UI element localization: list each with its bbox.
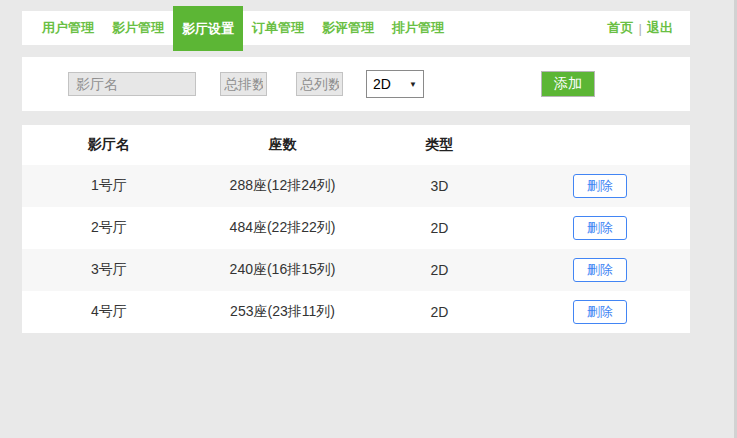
- hall-name-input[interactable]: [68, 72, 196, 96]
- table-row: 3号厅 240座(16排15列) 2D 删除: [22, 249, 690, 291]
- header-hall-name: 影厅名: [22, 125, 196, 165]
- page-content: 用户管理 影片管理 影厅设置 订单管理 影评管理 排片管理 首页 | 退出 2D…: [22, 11, 690, 333]
- nav-item-user-management[interactable]: 用户管理: [33, 19, 103, 37]
- cell-seats: 253座(23排11列): [196, 291, 370, 333]
- nav-separator: |: [639, 21, 642, 36]
- halls-table-panel: 影厅名 座数 类型 1号厅 288座(12排24列) 3D 删除 2号厅 484…: [22, 125, 690, 333]
- cell-hall-name: 4号厅: [22, 291, 196, 333]
- halls-table: 影厅名 座数 类型 1号厅 288座(12排24列) 3D 删除 2号厅 484…: [22, 125, 690, 333]
- nav-item-schedule-management[interactable]: 排片管理: [383, 19, 453, 37]
- table-row: 4号厅 253座(23排11列) 2D 删除: [22, 291, 690, 333]
- hall-type-selected-value: 2D: [373, 76, 391, 92]
- hall-type-select[interactable]: 2D ▼: [366, 70, 424, 98]
- table-row: 1号厅 288座(12排24列) 3D 删除: [22, 165, 690, 207]
- nav-item-movie-management[interactable]: 影片管理: [103, 19, 173, 37]
- cell-hall-name: 3号厅: [22, 249, 196, 291]
- table-header-row: 影厅名 座数 类型: [22, 125, 690, 165]
- nav-item-hall-settings[interactable]: 影厅设置: [173, 6, 243, 51]
- cell-seats: 288座(12排24列): [196, 165, 370, 207]
- dropdown-arrow-icon: ▼: [409, 80, 417, 89]
- delete-button[interactable]: 删除: [573, 216, 627, 240]
- delete-button[interactable]: 删除: [573, 174, 627, 198]
- cell-hall-name: 2号厅: [22, 207, 196, 249]
- top-nav: 用户管理 影片管理 影厅设置 订单管理 影评管理 排片管理 首页 | 退出: [22, 11, 690, 45]
- cell-seats: 484座(22排22列): [196, 207, 370, 249]
- delete-button[interactable]: 删除: [573, 258, 627, 282]
- logout-link[interactable]: 退出: [647, 19, 673, 37]
- cell-type: 3D: [369, 165, 509, 207]
- add-button[interactable]: 添加: [541, 71, 595, 97]
- header-type: 类型: [369, 125, 509, 165]
- nav-item-review-management[interactable]: 影评管理: [313, 19, 383, 37]
- header-actions: [510, 125, 690, 165]
- cell-type: 2D: [369, 249, 509, 291]
- nav-item-order-management[interactable]: 订单管理: [243, 19, 313, 37]
- cell-hall-name: 1号厅: [22, 165, 196, 207]
- home-link[interactable]: 首页: [608, 19, 634, 37]
- cell-seats: 240座(16排15列): [196, 249, 370, 291]
- delete-button[interactable]: 删除: [573, 300, 627, 324]
- nav-right-links: 首页 | 退出: [608, 19, 690, 37]
- cell-type: 2D: [369, 291, 509, 333]
- header-seats: 座数: [196, 125, 370, 165]
- total-rows-input[interactable]: [220, 72, 267, 96]
- add-hall-form: 2D ▼ 添加: [22, 57, 690, 111]
- table-row: 2号厅 484座(22排22列) 2D 删除: [22, 207, 690, 249]
- cell-type: 2D: [369, 207, 509, 249]
- total-cols-input[interactable]: [296, 72, 343, 96]
